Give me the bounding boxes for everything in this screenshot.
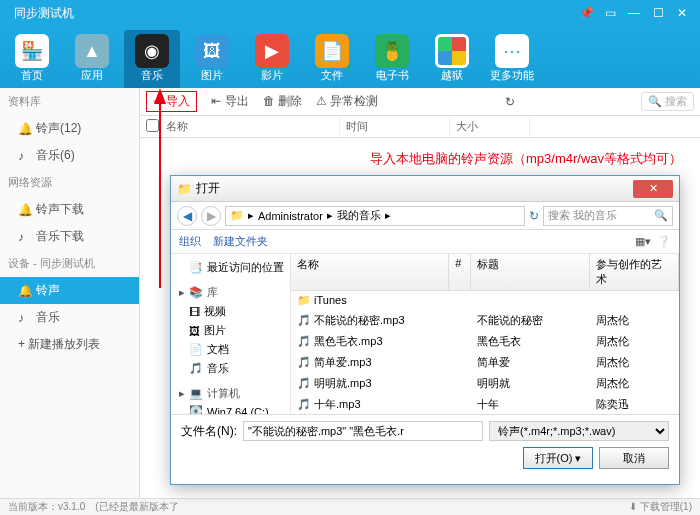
annotation-text: 导入本地电脑的铃声资源（mp3/m4r/wav等格式均可） [370, 150, 682, 168]
music-icon: 🎵 [189, 362, 203, 375]
toolbar-file[interactable]: 📄文件 [304, 30, 360, 88]
file-row[interactable]: 🎵 黑色毛衣.mp3黑色毛衣周杰伦 [291, 331, 679, 352]
sidebar-item-ringtones-device[interactable]: 🔔铃声 [0, 277, 139, 304]
status-version: 当前版本：v3.1.0 (已经是最新版本了 [8, 500, 179, 514]
theme-button[interactable]: ▭ [600, 6, 620, 20]
dialog-title: 打开 [196, 180, 220, 197]
help-button[interactable]: ❔ [657, 235, 671, 248]
open-button[interactable]: 打开(O) ▾ [523, 447, 593, 469]
music-icon: ♪ [18, 149, 30, 163]
minimize-button[interactable]: — [624, 6, 644, 20]
sidebar-item-music-device[interactable]: ♪音乐 [0, 304, 139, 331]
refresh-icon: ↻ [505, 95, 515, 109]
sidebar-section-library: 资料库 [0, 88, 139, 115]
document-icon: 📄 [189, 343, 203, 356]
toolbar-home[interactable]: 🏪首页 [4, 30, 60, 88]
pin-button[interactable]: 📌 [576, 6, 596, 20]
refresh-icon[interactable]: ↻ [529, 209, 539, 223]
tree-pic[interactable]: 🖼图片 [171, 321, 290, 340]
tree-music[interactable]: 🎵音乐 [171, 359, 290, 378]
toolbar-more[interactable]: ⋯更多功能 [484, 30, 540, 88]
close-button[interactable]: ✕ [672, 6, 692, 20]
tree-drive-c[interactable]: 💽Win7 64 (C:) [171, 403, 290, 414]
recent-icon: 📑 [189, 261, 203, 274]
open-file-dialog: 📁 打开 ✕ ◀ ▶ 📁▸ Administrator▸ 我的音乐▸ ↻ 搜索 … [170, 175, 680, 485]
file-row[interactable]: 🎵 简单爱.mp3简单爱周杰伦 [291, 352, 679, 373]
audio-icon: 🎵 [297, 377, 311, 389]
dialog-toolbar: 组织 新建文件夹 ▦▾ ❔ [171, 230, 679, 254]
dialog-file-list: 名称 # 标题 参与创作的艺术 📁 iTunes🎵 不能说的秘密.mp3不能说的… [291, 254, 679, 414]
toolbar-jail[interactable]: 越狱 [424, 30, 480, 88]
organize-button[interactable]: 组织 [179, 234, 201, 249]
refresh-button[interactable]: ↻ [505, 95, 515, 109]
tree-computer[interactable]: ▸ 💻 计算机 [171, 384, 290, 403]
sidebar-item-music-lib[interactable]: ♪音乐(6) [0, 142, 139, 169]
sidebar: 资料库 🔔铃声(12) ♪音乐(6) 网络资源 🔔铃声下载 ♪音乐下载 设备 -… [0, 88, 140, 498]
status-download[interactable]: ⬇ 下载管理(1) [629, 500, 692, 514]
drive-icon: 💽 [189, 405, 203, 414]
dialog-search[interactable]: 搜索 我的音乐🔍 [543, 206, 673, 226]
audio-icon: 🎵 [297, 335, 311, 347]
filename-input[interactable] [243, 421, 483, 441]
dialog-titlebar[interactable]: 📁 打开 ✕ [171, 176, 679, 202]
computer-icon: 💻 [189, 387, 203, 400]
file-row[interactable]: 🎵 十年.mp3十年陈奕迅 [291, 394, 679, 414]
music-icon: ♪ [18, 311, 30, 325]
folder-icon: 📁 [297, 294, 311, 306]
search-icon: 🔍 [654, 209, 668, 222]
toolbar-video[interactable]: ▶影片 [244, 30, 300, 88]
music-icon: ♪ [18, 230, 30, 244]
sidebar-item-music-dl[interactable]: ♪音乐下载 [0, 223, 139, 250]
audio-icon: 🎵 [297, 398, 311, 410]
dialog-body: 📑最近访问的位置 ▸ 📚 库 🎞视频 🖼图片 📄文档 🎵音乐 ▸ 💻 计算机 💽… [171, 254, 679, 414]
col-artist[interactable]: 参与创作的艺术 [590, 254, 679, 290]
bell-icon: 🔔 [18, 284, 30, 298]
col-title[interactable]: 标题 [471, 254, 590, 290]
dialog-close-button[interactable]: ✕ [633, 180, 673, 198]
dialog-footer: 文件名(N): 铃声(*.m4r;*.mp3;*.wav) 打开(O) ▾ 取消 [171, 414, 679, 475]
toolbar-music[interactable]: ◉音乐 [124, 30, 180, 88]
toolbar-book[interactable]: 🍍电子书 [364, 30, 420, 88]
nav-back-button[interactable]: ◀ [177, 206, 197, 226]
file-row[interactable]: 🎵 不能说的秘密.mp3不能说的秘密周杰伦 [291, 310, 679, 331]
tree-doc[interactable]: 📄文档 [171, 340, 290, 359]
dialog-path-bar: ◀ ▶ 📁▸ Administrator▸ 我的音乐▸ ↻ 搜索 我的音乐🔍 [171, 202, 679, 230]
file-row[interactable]: 🎵 明明就.mp3明明就周杰伦 [291, 373, 679, 394]
window-titlebar: 同步测试机 📌 ▭ — ☐ ✕ [0, 0, 700, 26]
sidebar-section-device: 设备 - 同步测试机 [0, 250, 139, 277]
dialog-nav-tree: 📑最近访问的位置 ▸ 📚 库 🎞视频 🖼图片 📄文档 🎵音乐 ▸ 💻 计算机 💽… [171, 254, 291, 414]
sidebar-item-new-playlist[interactable]: + 新建播放列表 [0, 331, 139, 358]
audio-icon: 🎵 [297, 356, 311, 368]
search-icon: 🔍 [648, 95, 662, 108]
toolbar-apps[interactable]: ▲应用 [64, 30, 120, 88]
folder-icon: 📁 [230, 209, 244, 222]
col-size[interactable]: 大小 [450, 116, 530, 137]
col-filename[interactable]: 名称 [291, 254, 449, 290]
col-num[interactable]: # [449, 254, 471, 290]
file-row[interactable]: 📁 iTunes [291, 291, 679, 310]
library-icon: 📚 [189, 286, 203, 299]
folder-icon: 📁 [177, 182, 192, 196]
bell-icon: 🔔 [18, 122, 30, 136]
audio-icon: 🎵 [297, 314, 311, 326]
bell-icon: 🔔 [18, 203, 30, 217]
breadcrumb[interactable]: 📁▸ Administrator▸ 我的音乐▸ [225, 206, 525, 226]
col-time[interactable]: 时间 [340, 116, 450, 137]
tree-recent[interactable]: 📑最近访问的位置 [171, 258, 290, 277]
cancel-button[interactable]: 取消 [599, 447, 669, 469]
download-icon: ⬇ [629, 501, 637, 512]
filetype-select[interactable]: 铃声(*.m4r;*.mp3;*.wav) [489, 421, 669, 441]
search-box[interactable]: 🔍 搜索 [641, 92, 694, 111]
newfolder-button[interactable]: 新建文件夹 [213, 234, 268, 249]
tree-video[interactable]: 🎞视频 [171, 302, 290, 321]
filename-label: 文件名(N): [181, 423, 237, 440]
sidebar-item-ringtone-dl[interactable]: 🔔铃声下载 [0, 196, 139, 223]
nav-forward-button[interactable]: ▶ [201, 206, 221, 226]
tree-lib[interactable]: ▸ 📚 库 [171, 283, 290, 302]
main-toolbar: 🏪首页 ▲应用 ◉音乐 🖼图片 ▶影片 📄文件 🍍电子书 越狱 ⋯更多功能 [0, 26, 700, 88]
sidebar-section-network: 网络资源 [0, 169, 139, 196]
toolbar-photo[interactable]: 🖼图片 [184, 30, 240, 88]
view-button[interactable]: ▦▾ [635, 235, 651, 248]
sidebar-item-ringtones-lib[interactable]: 🔔铃声(12) [0, 115, 139, 142]
maximize-button[interactable]: ☐ [648, 6, 668, 20]
